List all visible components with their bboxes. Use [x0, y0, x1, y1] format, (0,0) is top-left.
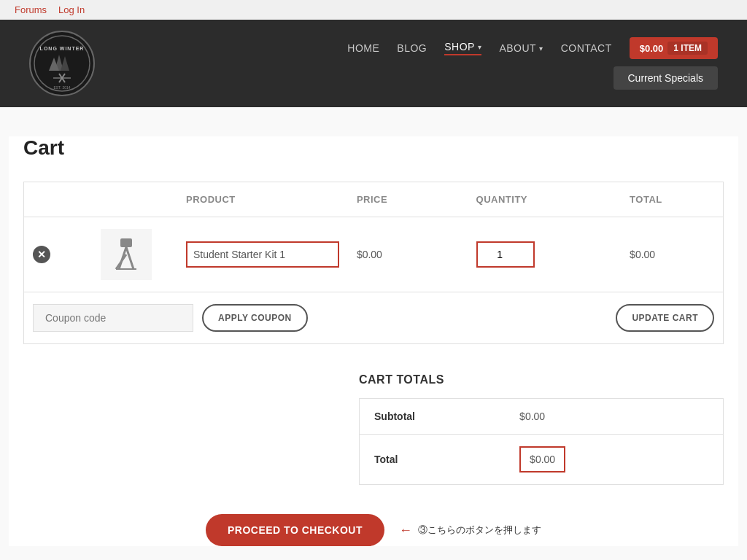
page-title: Cart: [23, 136, 724, 160]
nav-contact[interactable]: CONTACT: [561, 42, 612, 54]
col-quantity: QUANTITY: [468, 182, 622, 217]
subtotal-row: Subtotal $0.00: [360, 399, 724, 435]
svg-line-11: [126, 247, 133, 269]
col-product: PRODUCT: [177, 182, 348, 217]
cart-table: PRODUCT PRICE QUANTITY TOTAL ✕: [23, 182, 724, 344]
cart-totals: CART TOTALS Subtotal $0.00 Total $0.00: [359, 373, 724, 485]
forums-link[interactable]: Forums: [15, 4, 47, 15]
table-row: ✕ Student Starte: [24, 217, 724, 292]
checkout-annotation: ← ③こちらのボタンを押します: [399, 523, 541, 538]
cart-count: 1 ITEM: [667, 42, 708, 55]
nav-about[interactable]: ABOUT ▾: [499, 42, 543, 54]
cart-totals-title: CART TOTALS: [359, 373, 724, 386]
about-dropdown-arrow: ▾: [539, 44, 543, 52]
nav-shop[interactable]: SHOP ▾: [444, 41, 481, 55]
subtotal-value: $0.00: [505, 399, 723, 435]
item-price: $0.00: [357, 249, 382, 260]
proceed-to-checkout-button[interactable]: PROCEED TO CHECKOUT: [206, 514, 384, 546]
total-row: Total $0.00: [360, 435, 724, 485]
cart-price: $0.00: [640, 43, 664, 54]
col-remove: [24, 182, 75, 217]
current-specials-button[interactable]: Current Specials: [614, 66, 719, 90]
totals-table: Subtotal $0.00 Total $0.00: [359, 398, 724, 485]
total-value: $0.00: [519, 446, 565, 472]
svg-text:EST. 2014: EST. 2014: [53, 85, 70, 90]
checkout-area: PROCEED TO CHECKOUT ← ③こちらのボタンを押します: [23, 514, 724, 546]
item-total: $0.00: [630, 249, 655, 260]
svg-point-0: [34, 36, 90, 91]
nav-bottom: Current Specials: [614, 66, 719, 90]
arrow-left-icon: ←: [399, 523, 412, 538]
login-link[interactable]: Log In: [58, 4, 85, 15]
nav-top: HOME BLOG SHOP ▾ ABOUT ▾ CONTACT $0.00 1…: [347, 37, 718, 59]
coupon-area: APPLY COUPON: [33, 304, 459, 332]
main-content: Cart PRODUCT PRICE QUANTITY TOTAL ✕: [9, 136, 738, 546]
product-image: [101, 229, 152, 280]
header: LONG WINTER EST. 2014 HOME BLOG SHOP ▾: [0, 20, 747, 107]
shop-dropdown-arrow: ▾: [478, 43, 482, 51]
annotation-text: ③こちらのボタンを押します: [418, 524, 541, 537]
subtotal-label: Subtotal: [360, 399, 506, 435]
logo[interactable]: LONG WINTER EST. 2014: [29, 31, 95, 96]
nav-area: HOME BLOG SHOP ▾ ABOUT ▾ CONTACT $0.00 1…: [347, 37, 718, 90]
logo-area: LONG WINTER EST. 2014: [29, 31, 95, 96]
nav-blog[interactable]: BLOG: [397, 42, 427, 54]
nav-home[interactable]: HOME: [347, 42, 379, 54]
apply-coupon-button[interactable]: APPLY COUPON: [202, 304, 308, 332]
col-price: PRICE: [348, 182, 468, 217]
top-bar: Forums Log In: [0, 0, 747, 20]
coupon-row: APPLY COUPON UPDATE CART: [24, 292, 724, 344]
product-name: Student Starter Kit 1: [186, 241, 339, 268]
col-total: TOTAL: [621, 182, 723, 217]
total-label: Total: [360, 435, 506, 485]
svg-rect-9: [120, 238, 132, 247]
svg-line-12: [116, 254, 126, 269]
svg-text:LONG WINTER: LONG WINTER: [40, 46, 85, 51]
col-image: [75, 182, 177, 217]
coupon-input[interactable]: [33, 304, 193, 332]
quantity-input[interactable]: [476, 241, 535, 268]
remove-item-button[interactable]: ✕: [33, 246, 50, 263]
cart-button[interactable]: $0.00 1 ITEM: [630, 37, 718, 59]
update-cart-button[interactable]: UPDATE CART: [616, 304, 714, 332]
